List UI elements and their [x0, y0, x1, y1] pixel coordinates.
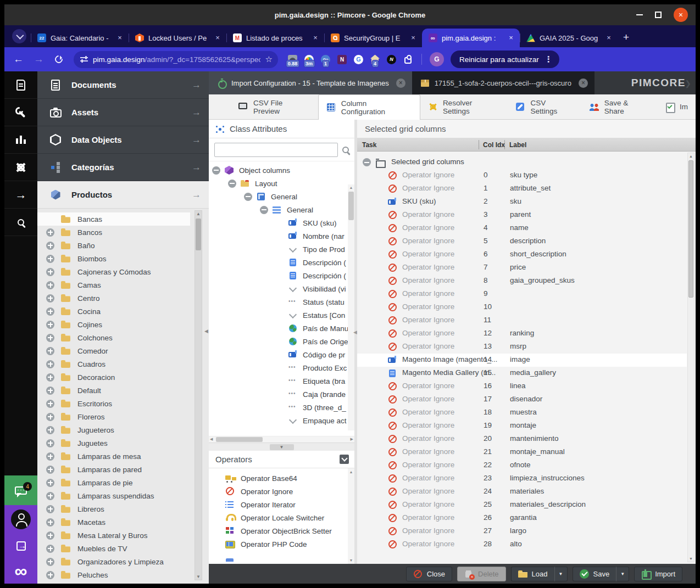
site-settings-icon[interactable]	[80, 56, 88, 63]
grid-row[interactable]: Magento Media Gallery (m... 15 media_gal…	[357, 367, 687, 380]
sidebar-section[interactable]: Categorías →	[37, 154, 209, 181]
extension-icon[interactable]	[403, 55, 413, 64]
expand-plus-icon[interactable]	[46, 255, 54, 263]
grid-row[interactable]: Operator Ignore 9	[357, 288, 687, 301]
browser-tab[interactable]: Gaia: Calendario - ×	[31, 29, 129, 47]
category-tree-item[interactable]: Floreros	[37, 410, 190, 423]
category-tree-item[interactable]: Lámparas de pie	[37, 476, 190, 489]
category-tree-item[interactable]: Colchones	[37, 331, 190, 344]
scroll-down-icon[interactable]: ▼	[348, 558, 354, 562]
extension-icon[interactable]: 3m	[304, 55, 314, 64]
browser-tab[interactable]: Locked Users / Pe ×	[129, 29, 226, 47]
attribute-tree-item[interactable]: Producto Exc	[209, 361, 354, 374]
expand-plus-icon[interactable]	[46, 518, 54, 527]
grid-row[interactable]: Operator Ignore 11	[357, 314, 687, 327]
grid-row[interactable]: Operator Ignore 28 alto	[357, 538, 687, 551]
grid-row[interactable]: Operator Ignore 0 sku type	[357, 169, 687, 182]
workspace-tab[interactable]: Import Configuration - 15 - Template de …	[209, 71, 412, 94]
scrollbar-thumb[interactable]	[688, 160, 693, 298]
category-tree-item[interactable]: Cojines	[37, 318, 190, 331]
address-bar[interactable]: pim.gaia.design/admin/?_dc=1758562625&pe…	[74, 51, 278, 68]
grid-row[interactable]: Operator Ignore 4 name	[357, 222, 687, 235]
workspace-tab-close-icon[interactable]: ×	[396, 79, 405, 88]
attribute-tree-item[interactable]: Layout	[209, 177, 354, 190]
tab-close-icon[interactable]: ×	[409, 33, 418, 42]
scroll-up-icon[interactable]: ▲	[348, 186, 354, 189]
scroll-down-icon[interactable]: ▼	[195, 574, 202, 579]
rail-file-button[interactable]	[4, 71, 37, 99]
close-window-icon[interactable]: ×	[674, 8, 688, 22]
category-tree-item[interactable]: Jugueteros	[37, 423, 190, 436]
expand-plus-icon[interactable]	[46, 281, 54, 289]
category-tree-item[interactable]: Cajoneras y Cómodas	[37, 265, 190, 278]
grid-row[interactable]: Magento Image (magento_... 14 image	[357, 354, 687, 367]
extension-icon[interactable]	[387, 55, 396, 64]
attribute-tree-item[interactable]: País de Manu	[209, 322, 354, 335]
operator-item[interactable]: Operator Base64	[209, 472, 354, 485]
extension-icon[interactable]: 4	[370, 55, 380, 64]
grid-row[interactable]: Operator Ignore 1 attribute_set	[357, 182, 687, 195]
browser-tab[interactable]: pim.gaia.design : ×	[422, 29, 520, 47]
expand-plus-icon[interactable]	[46, 479, 54, 487]
expand-plus-icon[interactable]	[46, 452, 54, 461]
attributes-collapse-icon[interactable]: ◀	[353, 329, 357, 335]
config-subtab[interactable]: Save & Share	[582, 94, 657, 119]
grid-row[interactable]: Operator Ignore 12 ranking	[357, 327, 687, 340]
tab-close-icon[interactable]: ×	[604, 33, 613, 42]
browser-tab[interactable]: SecurityGroup | E ×	[324, 29, 422, 47]
splitter-handle-icon[interactable]: ▼	[270, 444, 294, 450]
grid-row[interactable]: Operator Ignore 3 parent	[357, 209, 687, 222]
attribute-tree-item[interactable]: Object columns	[209, 164, 354, 177]
scrollbar-thumb[interactable]	[216, 437, 263, 442]
grid-row[interactable]: Operator Ignore 23 limpieza_instruccione…	[357, 472, 687, 485]
grid-row[interactable]: Operator Ignore 19 montaje	[357, 419, 687, 433]
tab-search-icon[interactable]	[12, 29, 26, 43]
collapse-minus-icon[interactable]	[212, 166, 220, 175]
category-tree-item[interactable]: Cuadros	[37, 357, 190, 371]
scroll-up-icon[interactable]: ▲	[688, 154, 694, 158]
rail-expand-button[interactable]: →	[4, 181, 37, 209]
category-tree-item[interactable]: Cocina	[37, 305, 190, 318]
category-tree-item[interactable]: Biombos	[37, 252, 190, 265]
scroll-down-icon[interactable]: ▼	[688, 557, 694, 561]
expand-plus-icon[interactable]	[46, 571, 54, 579]
operator-item[interactable]: Operator Ignore	[209, 485, 354, 498]
sidebar-section-productos[interactable]: Productos →	[37, 181, 209, 209]
grid-row[interactable]: Operator Ignore 17 disenador	[357, 393, 687, 406]
attribute-tree-item[interactable]: Código de pr	[209, 348, 354, 361]
attribute-tree-item[interactable]: País de Orige	[209, 335, 354, 348]
attribute-tree-item[interactable]: Empaque act	[209, 414, 354, 427]
reload-icon[interactable]	[53, 54, 64, 65]
bookmark-star-icon[interactable]: ☆	[265, 54, 273, 64]
category-tree-item[interactable]: Organizadores y Limpieza	[37, 555, 190, 568]
category-tree-item[interactable]: Libreros	[37, 502, 190, 516]
grid-row[interactable]: Operator Ignore 10	[357, 301, 687, 314]
collapse-minus-icon[interactable]	[363, 158, 371, 166]
attribute-tree-item[interactable]: Etiqueta (bra	[209, 374, 354, 388]
save-button[interactable]: Save	[573, 567, 616, 581]
grid-root-row[interactable]: Selected grid columns	[357, 156, 696, 169]
attributes-hscrollbar[interactable]: ◀ ▶	[209, 436, 354, 443]
operator-item[interactable]: Operator PHP Code	[209, 537, 354, 551]
expand-plus-icon[interactable]	[46, 426, 54, 434]
browser-tab[interactable]: Listado de proces ×	[226, 29, 324, 47]
expand-plus-icon[interactable]	[46, 413, 54, 421]
expand-plus-icon[interactable]	[46, 466, 54, 474]
column-header-label[interactable]: Label	[509, 138, 526, 152]
close-button[interactable]: Close	[406, 567, 452, 581]
category-tree-item[interactable]: Macetas	[37, 516, 190, 529]
tab-close-icon[interactable]: ×	[115, 33, 124, 42]
operator-item[interactable]: Operator ObjectBrick Setter	[209, 524, 354, 537]
sidebar-section[interactable]: Assets →	[37, 99, 209, 126]
category-tree-item[interactable]: Bancas	[37, 212, 190, 226]
scroll-right-icon[interactable]: ▶	[351, 437, 353, 441]
profile-avatar[interactable]: G	[430, 52, 444, 66]
attribute-tree-item[interactable]: Estatus [Con	[209, 309, 354, 322]
expand-plus-icon[interactable]	[46, 307, 54, 316]
collapse-minus-icon[interactable]	[228, 180, 236, 188]
expand-plus-icon[interactable]	[46, 347, 54, 355]
config-subtab[interactable]: Column Configuration	[318, 94, 420, 120]
import-button[interactable]: Import	[634, 567, 682, 581]
category-tree-scrollbar[interactable]: ▲ ▼	[195, 210, 202, 580]
config-subtab[interactable]: Resolver Settings	[420, 94, 508, 119]
